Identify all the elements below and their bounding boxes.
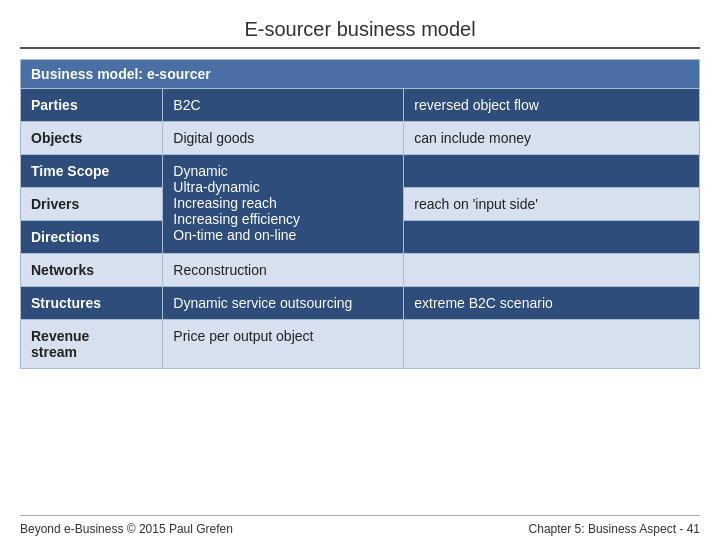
footer-right: Chapter 5: Business Aspect - 41 <box>529 522 700 536</box>
table-row: Networks Reconstruction <box>21 254 700 287</box>
row-col3 <box>404 155 700 188</box>
row-label: Objects <box>21 122 163 155</box>
row-col3 <box>404 221 700 254</box>
row-col2: Reconstruction <box>163 254 404 287</box>
row-col2: B2C <box>163 89 404 122</box>
row-col2: Price per output object <box>163 320 404 369</box>
row-col3: can include money <box>404 122 700 155</box>
row-col2: Dynamic service outsourcing <box>163 287 404 320</box>
row-label: Revenue stream <box>21 320 163 369</box>
table-row: Objects Digital goods can include money <box>21 122 700 155</box>
table-row: Parties B2C reversed object flow <box>21 89 700 122</box>
row-col2-merged: Dynamic Ultra-dynamic Increasing reach I… <box>163 155 404 254</box>
table-wrapper: Business model: e-sourcer Parties B2C re… <box>20 59 700 509</box>
table-header-cell: Business model: e-sourcer <box>21 60 700 89</box>
row-col3 <box>404 254 700 287</box>
footer-left: Beyond e-Business © 2015 Paul Grefen <box>20 522 233 536</box>
business-model-table: Business model: e-sourcer Parties B2C re… <box>20 59 700 369</box>
table-row: Revenue stream Price per output object <box>21 320 700 369</box>
row-col3: reversed object flow <box>404 89 700 122</box>
page: E-sourcer business model Business model:… <box>0 0 720 540</box>
table-row: Structures Dynamic service outsourcing e… <box>21 287 700 320</box>
row-col2: Digital goods <box>163 122 404 155</box>
row-label: Structures <box>21 287 163 320</box>
row-col3 <box>404 320 700 369</box>
table-header-row: Business model: e-sourcer <box>21 60 700 89</box>
row-label: Time Scope <box>21 155 163 188</box>
footer: Beyond e-Business © 2015 Paul Grefen Cha… <box>20 515 700 540</box>
table-row: Time Scope Dynamic Ultra-dynamic Increas… <box>21 155 700 188</box>
row-label: Parties <box>21 89 163 122</box>
page-title: E-sourcer business model <box>20 10 700 49</box>
row-label: Networks <box>21 254 163 287</box>
row-label: Drivers <box>21 188 163 221</box>
row-col3: reach on 'input side' <box>404 188 700 221</box>
row-label: Directions <box>21 221 163 254</box>
row-col3: extreme B2C scenario <box>404 287 700 320</box>
